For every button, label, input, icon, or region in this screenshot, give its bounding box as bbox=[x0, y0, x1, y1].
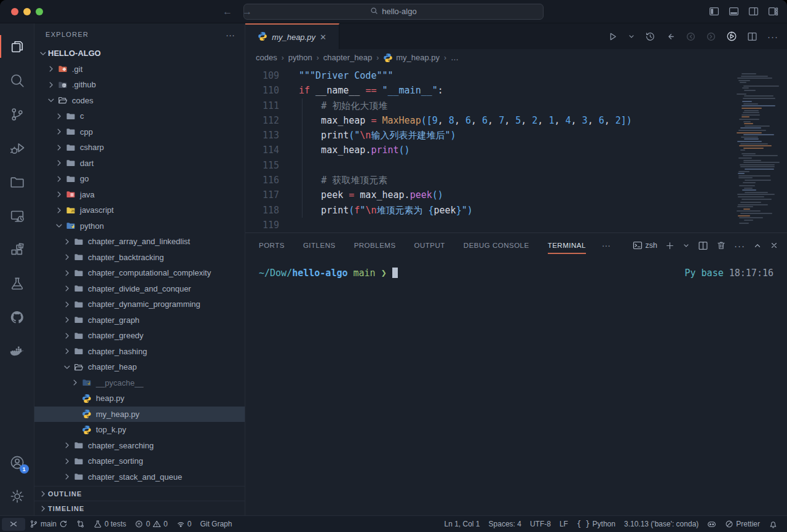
status-eol[interactable]: LF bbox=[555, 520, 572, 528]
tree-item-python[interactable]: python bbox=[34, 218, 245, 234]
previous-change-icon[interactable] bbox=[686, 31, 696, 42]
tree-item-chapter-dynamic-programming[interactable]: chapter_dynamic_programming bbox=[34, 296, 245, 312]
tree-item-chapter-stack-and-queue[interactable]: chapter_stack_and_queue bbox=[34, 469, 245, 485]
nav-forward-icon[interactable]: → bbox=[242, 6, 252, 17]
run-dropdown-icon[interactable] bbox=[628, 33, 635, 40]
tree-item-dart[interactable]: dart bbox=[34, 156, 245, 172]
layout-customize-icon[interactable] bbox=[768, 6, 778, 17]
tree-item-chapter-hashing[interactable]: chapter_hashing bbox=[34, 344, 245, 360]
maximize-panel-icon[interactable] bbox=[753, 241, 762, 250]
tree-item-codes[interactable]: codes bbox=[34, 93, 245, 109]
panel-more-tabs-icon[interactable]: ··· bbox=[602, 240, 611, 250]
close-window-button[interactable] bbox=[11, 8, 18, 15]
status-python-interpreter[interactable]: 3.10.13 ('base': conda) bbox=[620, 520, 703, 528]
status-problems[interactable]: 00 bbox=[130, 516, 172, 532]
breadcrumb-item[interactable]: codes bbox=[256, 53, 277, 62]
panel-tab-debug-console[interactable]: DEBUG CONSOLE bbox=[464, 239, 529, 252]
panel-tab-ports[interactable]: PORTS bbox=[259, 239, 285, 252]
terminal-profile-dropdown-icon[interactable] bbox=[682, 242, 690, 249]
tree-item-chapter-searching[interactable]: chapter_searching bbox=[34, 438, 245, 454]
next-change-icon[interactable] bbox=[706, 31, 716, 42]
tree-item-csharp[interactable]: csharp bbox=[34, 140, 245, 156]
activity-search[interactable] bbox=[0, 63, 34, 97]
breadcrumb-item[interactable]: python bbox=[288, 53, 312, 62]
close-panel-icon[interactable] bbox=[770, 241, 778, 250]
activity-docker[interactable] bbox=[0, 334, 34, 368]
kill-terminal-icon[interactable] bbox=[716, 240, 726, 250]
more-actions-icon[interactable]: ··· bbox=[767, 31, 778, 42]
status-language-mode[interactable]: { }Python bbox=[572, 520, 620, 528]
layout-rightbar-icon[interactable] bbox=[748, 6, 759, 17]
layout-sidebar-icon[interactable] bbox=[709, 6, 719, 17]
tree-item-java[interactable]: java bbox=[34, 187, 245, 203]
tree-item-chapter-divide-and-conquer[interactable]: chapter_divide_and_conquer bbox=[34, 281, 245, 297]
tree-item-chapter-greedy[interactable]: chapter_greedy bbox=[34, 328, 245, 344]
tree-item-chapter-backtracking[interactable]: chapter_backtracking bbox=[34, 250, 245, 266]
go-back-icon[interactable] bbox=[665, 31, 676, 42]
tree-item-chapter-heap[interactable]: chapter_heap bbox=[34, 359, 245, 375]
breadcrumb-item[interactable]: my_heap.py bbox=[383, 53, 440, 63]
minimap[interactable] bbox=[737, 73, 781, 226]
tree-item--github[interactable]: .github bbox=[34, 77, 245, 93]
tab-my-heap[interactable]: my_heap.py ✕ bbox=[245, 23, 339, 49]
panel-tab-output[interactable]: OUTPUT bbox=[414, 239, 445, 252]
nav-back-icon[interactable]: ← bbox=[223, 6, 232, 17]
activity-explorer[interactable] bbox=[0, 30, 34, 63]
activity-source-control[interactable] bbox=[0, 97, 34, 131]
breadcrumb-item[interactable]: chapter_heap bbox=[323, 53, 373, 62]
status-ports[interactable]: 0 bbox=[172, 516, 196, 532]
status-branch[interactable]: main bbox=[25, 516, 72, 532]
tree-item-c[interactable]: c bbox=[34, 108, 245, 124]
tree-item-chapter-graph[interactable]: chapter_graph bbox=[34, 312, 245, 328]
run-code-icon[interactable] bbox=[726, 31, 737, 42]
breadcrumb-item[interactable]: … bbox=[451, 53, 459, 62]
status-prettier[interactable]: Prettier bbox=[721, 520, 764, 528]
remote-indicator[interactable] bbox=[2, 518, 25, 531]
command-center-search[interactable]: hello-algo bbox=[243, 4, 544, 20]
activity-remote-explorer[interactable] bbox=[0, 199, 34, 232]
split-terminal-icon[interactable] bbox=[698, 240, 708, 251]
panel-tab-terminal[interactable]: TERMINAL bbox=[548, 239, 586, 252]
run-python-file-button[interactable] bbox=[607, 31, 618, 42]
sidebar-more-actions-icon[interactable]: ··· bbox=[226, 30, 235, 40]
status-copilot[interactable] bbox=[703, 520, 721, 529]
tree-item-hello-algo[interactable]: HELLO-ALGO bbox=[34, 46, 245, 62]
activity-testing[interactable] bbox=[0, 266, 34, 300]
terminal[interactable]: ~/Dow/hello-algo main ❯ Py base 18:17:16 bbox=[245, 258, 787, 279]
activity-run-and-debug[interactable] bbox=[0, 131, 34, 165]
terminal-more-actions-icon[interactable]: ··· bbox=[734, 240, 745, 251]
activity-extensions[interactable] bbox=[0, 232, 34, 266]
minimize-window-button[interactable] bbox=[23, 8, 31, 15]
file-history-icon[interactable] bbox=[645, 31, 655, 42]
split-editor-icon[interactable] bbox=[747, 31, 757, 42]
status-tests[interactable]: 0 tests bbox=[89, 516, 130, 532]
activity-project-manager[interactable] bbox=[0, 165, 34, 199]
status-encoding[interactable]: UTF-8 bbox=[526, 520, 555, 528]
tree-item-javascript[interactable]: JSjavascript bbox=[34, 202, 245, 218]
activity-accounts[interactable]: 1 bbox=[0, 445, 34, 479]
activity-settings[interactable] bbox=[0, 479, 34, 513]
tree-item--pycache-[interactable]: __pycache__ bbox=[34, 375, 245, 391]
activity-github[interactable] bbox=[0, 300, 34, 334]
tree-item-top-k-py[interactable]: top_k.py bbox=[34, 422, 245, 438]
tree-item-go[interactable]: go bbox=[34, 171, 245, 187]
status-gitlens[interactable] bbox=[72, 516, 89, 532]
code-editor[interactable]: 109110111112113114115116117118119 """Dri… bbox=[245, 66, 787, 232]
new-terminal-button[interactable] bbox=[665, 241, 674, 250]
zoom-window-button[interactable] bbox=[36, 8, 43, 15]
section-timeline[interactable]: TIMELINE bbox=[34, 501, 245, 515]
panel-tab-problems[interactable]: PROBLEMS bbox=[354, 239, 396, 252]
tree-item-cpp[interactable]: cpp bbox=[34, 124, 245, 140]
panel-tab-gitlens[interactable]: GITLENS bbox=[303, 239, 336, 252]
terminal-shell-item[interactable]: zsh bbox=[633, 240, 657, 250]
status-indentation[interactable]: Spaces: 4 bbox=[484, 520, 526, 528]
tree-item--git[interactable]: .git bbox=[34, 62, 245, 77]
tree-item-heap-py[interactable]: heap.py bbox=[34, 391, 245, 407]
tree-item-chapter-sorting[interactable]: chapter_sorting bbox=[34, 453, 245, 469]
tab-close-icon[interactable]: ✕ bbox=[320, 33, 326, 42]
section-outline[interactable]: OUTLINE bbox=[34, 486, 245, 501]
status-git-graph[interactable]: Git Graph bbox=[196, 516, 236, 532]
tree-item-my-heap-py[interactable]: my_heap.py bbox=[34, 407, 245, 423]
tree-item-chapter-computational-complexity[interactable]: chapter_computational_complexity bbox=[34, 265, 245, 281]
tree-item-chapter-array-and-linkedlist[interactable]: chapter_array_and_linkedlist bbox=[34, 234, 245, 250]
